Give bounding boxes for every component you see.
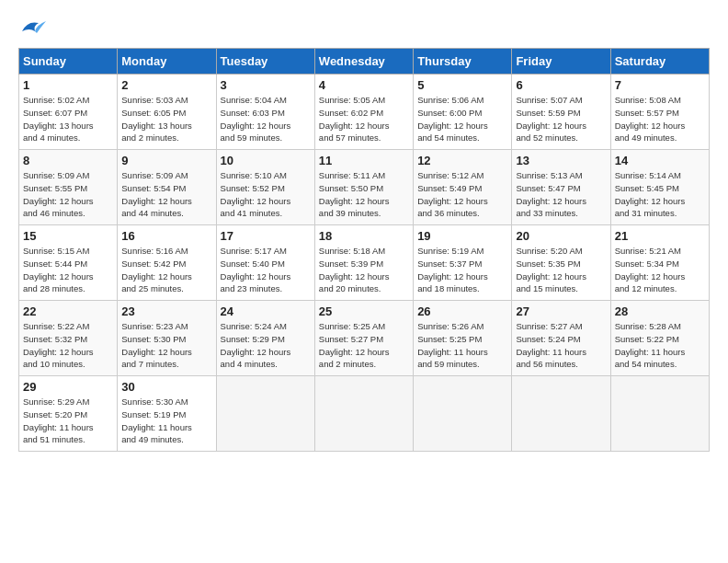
- calendar-cell-w2d1: 8Sunrise: 5:09 AM Sunset: 5:55 PM Daylig…: [19, 150, 118, 225]
- day-info: Sunrise: 5:21 AM Sunset: 5:34 PM Dayligh…: [615, 245, 705, 295]
- day-number: 19: [417, 229, 507, 243]
- calendar-cell-w3d3: 17Sunrise: 5:17 AM Sunset: 5:40 PM Dayli…: [216, 225, 314, 301]
- weekday-header-sunday: Sunday: [19, 49, 118, 75]
- day-info: Sunrise: 5:29 AM Sunset: 5:20 PM Dayligh…: [23, 396, 113, 446]
- day-info: Sunrise: 5:16 AM Sunset: 5:42 PM Dayligh…: [121, 245, 211, 295]
- day-info: Sunrise: 5:27 AM Sunset: 5:24 PM Dayligh…: [516, 320, 606, 371]
- calendar-cell-w4d1: 22Sunrise: 5:22 AM Sunset: 5:32 PM Dayli…: [19, 301, 118, 376]
- calendar-cell-w3d7: 21Sunrise: 5:21 AM Sunset: 5:34 PM Dayli…: [610, 225, 709, 301]
- day-info: Sunrise: 5:18 AM Sunset: 5:39 PM Dayligh…: [319, 245, 409, 295]
- calendar-cell-w5d2: 30Sunrise: 5:30 AM Sunset: 5:19 PM Dayli…: [118, 376, 216, 452]
- calendar-cell-w4d2: 23Sunrise: 5:23 AM Sunset: 5:30 PM Dayli…: [118, 301, 216, 376]
- day-number: 26: [417, 304, 507, 318]
- day-info: Sunrise: 5:11 AM Sunset: 5:50 PM Dayligh…: [319, 169, 409, 220]
- calendar-cell-w3d4: 18Sunrise: 5:18 AM Sunset: 5:39 PM Dayli…: [314, 225, 413, 301]
- day-number: 29: [23, 380, 113, 394]
- week-row-5: 29Sunrise: 5:29 AM Sunset: 5:20 PM Dayli…: [19, 376, 710, 452]
- day-info: Sunrise: 5:19 AM Sunset: 5:37 PM Dayligh…: [417, 245, 507, 295]
- day-info: Sunrise: 5:17 AM Sunset: 5:40 PM Dayligh…: [221, 245, 311, 295]
- day-info: Sunrise: 5:24 AM Sunset: 5:29 PM Dayligh…: [221, 320, 311, 371]
- weekday-header-wednesday: Wednesday: [314, 49, 413, 75]
- day-number: 7: [615, 78, 705, 92]
- week-row-4: 22Sunrise: 5:22 AM Sunset: 5:32 PM Dayli…: [19, 301, 710, 376]
- day-info: Sunrise: 5:09 AM Sunset: 5:55 PM Dayligh…: [23, 169, 113, 220]
- calendar-cell-w3d6: 20Sunrise: 5:20 AM Sunset: 5:35 PM Dayli…: [512, 225, 610, 301]
- day-number: 17: [221, 229, 311, 243]
- calendar-cell-w4d6: 27Sunrise: 5:27 AM Sunset: 5:24 PM Dayli…: [512, 301, 610, 376]
- day-info: Sunrise: 5:14 AM Sunset: 5:45 PM Dayligh…: [615, 169, 705, 220]
- calendar-cell-w5d3: [216, 376, 314, 452]
- weekday-header-thursday: Thursday: [414, 49, 512, 75]
- day-info: Sunrise: 5:04 AM Sunset: 6:03 PM Dayligh…: [221, 94, 311, 144]
- weekday-header-monday: Monday: [118, 49, 216, 75]
- calendar-cell-w1d7: 7Sunrise: 5:08 AM Sunset: 5:57 PM Daylig…: [610, 75, 709, 150]
- day-number: 3: [221, 78, 311, 92]
- day-number: 30: [121, 380, 211, 394]
- day-info: Sunrise: 5:08 AM Sunset: 5:57 PM Dayligh…: [615, 94, 705, 144]
- day-number: 1: [23, 78, 113, 92]
- day-number: 11: [319, 154, 409, 167]
- calendar-cell-w2d7: 14Sunrise: 5:14 AM Sunset: 5:45 PM Dayli…: [610, 150, 709, 225]
- day-info: Sunrise: 5:10 AM Sunset: 5:52 PM Dayligh…: [221, 169, 311, 220]
- day-number: 22: [23, 304, 113, 318]
- day-number: 28: [615, 304, 705, 318]
- day-info: Sunrise: 5:28 AM Sunset: 5:22 PM Dayligh…: [615, 320, 705, 371]
- day-info: Sunrise: 5:15 AM Sunset: 5:44 PM Dayligh…: [23, 245, 113, 295]
- calendar-cell-w2d2: 9Sunrise: 5:09 AM Sunset: 5:54 PM Daylig…: [118, 150, 216, 225]
- weekday-header-row: SundayMondayTuesdayWednesdayThursdayFrid…: [19, 49, 710, 75]
- calendar-cell-w5d5: [414, 376, 512, 452]
- calendar-cell-w3d5: 19Sunrise: 5:19 AM Sunset: 5:37 PM Dayli…: [414, 225, 512, 301]
- day-number: 12: [417, 154, 507, 167]
- calendar-cell-w4d3: 24Sunrise: 5:24 AM Sunset: 5:29 PM Dayli…: [216, 301, 314, 376]
- day-number: 24: [221, 304, 311, 318]
- day-info: Sunrise: 5:07 AM Sunset: 5:59 PM Dayligh…: [516, 94, 606, 144]
- day-info: Sunrise: 5:06 AM Sunset: 6:00 PM Dayligh…: [417, 94, 507, 144]
- weekday-header-friday: Friday: [512, 49, 610, 75]
- page: SundayMondayTuesdayWednesdayThursdayFrid…: [0, 0, 728, 461]
- calendar-cell-w1d6: 6Sunrise: 5:07 AM Sunset: 5:59 PM Daylig…: [512, 75, 610, 150]
- day-number: 16: [121, 229, 211, 243]
- day-number: 10: [221, 154, 311, 167]
- weekday-header-saturday: Saturday: [610, 49, 709, 75]
- day-info: Sunrise: 5:12 AM Sunset: 5:49 PM Dayligh…: [417, 169, 507, 220]
- calendar-cell-w2d4: 11Sunrise: 5:11 AM Sunset: 5:50 PM Dayli…: [314, 150, 413, 225]
- calendar-cell-w4d4: 25Sunrise: 5:25 AM Sunset: 5:27 PM Dayli…: [314, 301, 413, 376]
- calendar-cell-w5d7: [610, 376, 709, 452]
- logo-bird-icon: [20, 18, 46, 37]
- calendar-cell-w5d1: 29Sunrise: 5:29 AM Sunset: 5:20 PM Dayli…: [19, 376, 118, 452]
- day-info: Sunrise: 5:05 AM Sunset: 6:02 PM Dayligh…: [319, 94, 409, 144]
- day-number: 27: [516, 304, 606, 318]
- day-info: Sunrise: 5:02 AM Sunset: 6:07 PM Dayligh…: [23, 94, 113, 144]
- day-info: Sunrise: 5:26 AM Sunset: 5:25 PM Dayligh…: [417, 320, 507, 371]
- day-number: 9: [121, 154, 211, 167]
- calendar-cell-w1d5: 5Sunrise: 5:06 AM Sunset: 6:00 PM Daylig…: [414, 75, 512, 150]
- logo-text: [18, 18, 46, 37]
- day-info: Sunrise: 5:22 AM Sunset: 5:32 PM Dayligh…: [23, 320, 113, 371]
- day-number: 15: [23, 229, 113, 243]
- calendar-cell-w5d6: [512, 376, 610, 452]
- week-row-1: 1Sunrise: 5:02 AM Sunset: 6:07 PM Daylig…: [19, 75, 710, 150]
- calendar-cell-w2d6: 13Sunrise: 5:13 AM Sunset: 5:47 PM Dayli…: [512, 150, 610, 225]
- day-info: Sunrise: 5:20 AM Sunset: 5:35 PM Dayligh…: [516, 245, 606, 295]
- day-number: 18: [319, 229, 409, 243]
- calendar-cell-w2d3: 10Sunrise: 5:10 AM Sunset: 5:52 PM Dayli…: [216, 150, 314, 225]
- calendar-cell-w1d2: 2Sunrise: 5:03 AM Sunset: 6:05 PM Daylig…: [118, 75, 216, 150]
- day-number: 25: [319, 304, 409, 318]
- day-info: Sunrise: 5:23 AM Sunset: 5:30 PM Dayligh…: [121, 320, 211, 371]
- weekday-header-tuesday: Tuesday: [216, 49, 314, 75]
- day-number: 5: [417, 78, 507, 92]
- day-number: 20: [516, 229, 606, 243]
- calendar-cell-w1d4: 4Sunrise: 5:05 AM Sunset: 6:02 PM Daylig…: [314, 75, 413, 150]
- week-row-2: 8Sunrise: 5:09 AM Sunset: 5:55 PM Daylig…: [19, 150, 710, 225]
- day-number: 8: [23, 154, 113, 167]
- logo: [18, 18, 46, 37]
- calendar-cell-w1d1: 1Sunrise: 5:02 AM Sunset: 6:07 PM Daylig…: [19, 75, 118, 150]
- day-number: 13: [516, 154, 606, 167]
- day-info: Sunrise: 5:03 AM Sunset: 6:05 PM Dayligh…: [121, 94, 211, 144]
- week-row-3: 15Sunrise: 5:15 AM Sunset: 5:44 PM Dayli…: [19, 225, 710, 301]
- day-number: 6: [516, 78, 606, 92]
- calendar-cell-w5d4: [314, 376, 413, 452]
- day-number: 21: [615, 229, 705, 243]
- calendar-table: SundayMondayTuesdayWednesdayThursdayFrid…: [18, 48, 710, 452]
- day-info: Sunrise: 5:09 AM Sunset: 5:54 PM Dayligh…: [121, 169, 211, 220]
